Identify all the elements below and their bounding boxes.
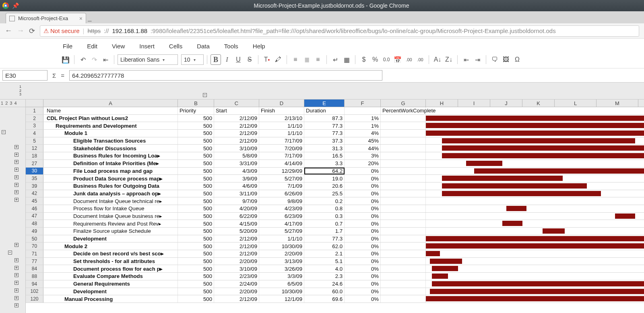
cell-duration[interactable]: 1.7 [304, 228, 345, 235]
cell-finish[interactable]: 7/17/09 [259, 137, 304, 145]
row-header[interactable]: 77 [26, 258, 43, 265]
row-header[interactable]: 18 [26, 152, 43, 160]
cell-priority[interactable]: 500 [178, 258, 214, 265]
cell-percent[interactable]: 0% [345, 273, 381, 280]
new-tab-button[interactable]: ⎯ [88, 15, 92, 22]
cell-g[interactable] [381, 288, 426, 295]
cell-percent[interactable]: 0% [345, 220, 381, 227]
cell-priority[interactable]: 500 [178, 122, 214, 129]
outline-expand-button[interactable]: + [14, 160, 19, 164]
cell-g[interactable] [381, 152, 426, 160]
col-header-F[interactable]: F [345, 99, 381, 107]
cell-g[interactable] [381, 243, 426, 250]
cell-start[interactable]: 2/12/09 [214, 115, 259, 122]
cell-duration[interactable]: 0.7 [304, 220, 345, 227]
cell-name[interactable]: General Requirements [43, 280, 178, 288]
cell-percent[interactable]: 0% [345, 295, 381, 303]
cell-percent[interactable]: 0% [345, 250, 381, 257]
cell-g[interactable] [381, 160, 426, 167]
cell-priority[interactable]: 500 [178, 152, 214, 160]
menu-help[interactable]: Help [253, 43, 265, 50]
cell-g[interactable] [381, 145, 426, 152]
cell-start[interactable]: 2/20/09 [214, 288, 259, 295]
url-input[interactable]: ⚠ Not secure | https://192.168.1.88:9980… [40, 25, 639, 37]
underline-button[interactable]: U [233, 54, 244, 65]
cell-priority[interactable]: 500 [178, 220, 214, 227]
image-icon[interactable]: 🖼 [501, 54, 511, 65]
outline-expand-button[interactable]: + [14, 288, 19, 292]
cell-percent[interactable]: 44% [345, 145, 381, 152]
italic-button[interactable]: I [222, 54, 232, 65]
cell-finish[interactable]: 3/26/09 [259, 265, 304, 272]
cell-percent[interactable]: 1% [345, 115, 381, 122]
cell-finish[interactable]: 10/30/09 [259, 243, 304, 250]
cell-start[interactable]: 5/20/09 [214, 228, 259, 235]
cell-start[interactable]: 4/6/09 [214, 182, 259, 190]
row-header[interactable]: 42 [26, 190, 43, 197]
outline-expand-button[interactable]: + [14, 168, 19, 172]
highlight-icon[interactable]: 🖍 [273, 54, 283, 65]
cell-finish[interactable]: 10/30/09 [259, 288, 304, 295]
outline-expand-button[interactable]: − [8, 251, 12, 255]
menu-insert[interactable]: Insert [139, 43, 155, 50]
cell-priority[interactable]: 500 [178, 288, 214, 295]
cell-finish[interactable]: 7/20/09 [259, 145, 304, 152]
cell-duration[interactable]: 37.3 [304, 137, 345, 145]
cell-duration[interactable]: 24.6 [304, 280, 345, 288]
cell-duration[interactable]: 77.3 [304, 122, 345, 129]
cell-percent[interactable]: 45% [345, 137, 381, 145]
cell-finish[interactable]: 2/20/09 [259, 250, 304, 257]
cell-percent[interactable]: 20% [345, 160, 381, 167]
cell-g[interactable]: PercentWorkComplete [381, 107, 426, 114]
cell-g[interactable] [381, 122, 426, 129]
save-icon[interactable]: 💾 [60, 54, 71, 65]
cell-priority[interactable]: 500 [178, 115, 214, 122]
outline-expand-button[interactable]: + [14, 198, 19, 202]
font-name-select[interactable]: Liberation Sans▾ [118, 54, 178, 65]
cell-start[interactable]: 3/11/09 [214, 190, 259, 197]
cell-start[interactable]: 6/22/09 [214, 213, 259, 220]
outline-expand-button[interactable]: + [14, 190, 19, 194]
row-header[interactable]: 46 [26, 205, 43, 212]
menu-tools[interactable]: Tools [224, 43, 238, 50]
col-header-C[interactable]: C [214, 99, 259, 107]
cell-name[interactable]: Business Rules for Incoming Loa▸ [43, 152, 178, 160]
cell-percent[interactable]: 0% [345, 280, 381, 288]
outline-expand-button[interactable]: + [14, 145, 19, 149]
cell-start[interactable]: 2/12/09 [214, 250, 259, 257]
col-header-D[interactable]: D [259, 99, 304, 107]
align-center-icon[interactable]: ≣ [301, 54, 312, 65]
cell-percent[interactable]: 0% [345, 213, 381, 220]
outline-expand-button[interactable]: + [14, 258, 19, 262]
cell-duration[interactable]: 16.5 [304, 152, 345, 160]
cell-start[interactable]: 2/12/09 [214, 130, 259, 137]
outline-expand-button[interactable]: + [14, 273, 19, 277]
percent-icon[interactable]: % [370, 54, 380, 65]
cell-name[interactable]: Document Intake Queue technical re▸ [43, 197, 178, 205]
font-color-icon[interactable]: T▪ [262, 54, 272, 65]
cell-percent[interactable]: 4% [345, 130, 381, 137]
add-decimal-icon[interactable]: .00 [404, 54, 414, 65]
cell-duration[interactable]: 2.1 [304, 250, 345, 257]
cell-percent[interactable]: 0% [345, 197, 381, 205]
cell-g[interactable] [381, 235, 426, 243]
cell-percent[interactable]: 0% [345, 258, 381, 265]
cell-priority[interactable]: Priority [178, 107, 214, 114]
cell-name[interactable]: Process flow for Intake Queue [43, 205, 178, 212]
cell-finish[interactable]: 1/1/10 [259, 122, 304, 129]
cell-start[interactable]: Start [214, 107, 259, 114]
row-header[interactable]: 35 [26, 175, 43, 182]
cell-priority[interactable]: 500 [178, 265, 214, 272]
cell-priority[interactable]: 500 [178, 145, 214, 152]
row-header[interactable]: 84 [26, 265, 43, 272]
row-header[interactable]: 30 [26, 168, 43, 175]
redo-icon[interactable]: ↷ [89, 54, 99, 65]
browser-tab[interactable]: Microsoft-Project-Exa × [6, 13, 86, 23]
row-header[interactable]: 94 [26, 280, 43, 288]
outline-expand-button[interactable]: + [14, 303, 19, 307]
cell-finish[interactable]: 2/13/10 [259, 115, 304, 122]
bold-button[interactable]: B [211, 54, 221, 65]
col-header-M[interactable]: M [597, 99, 638, 107]
outline-expand-button[interactable]: + [14, 183, 19, 187]
cell-start[interactable]: 2/12/09 [214, 235, 259, 243]
